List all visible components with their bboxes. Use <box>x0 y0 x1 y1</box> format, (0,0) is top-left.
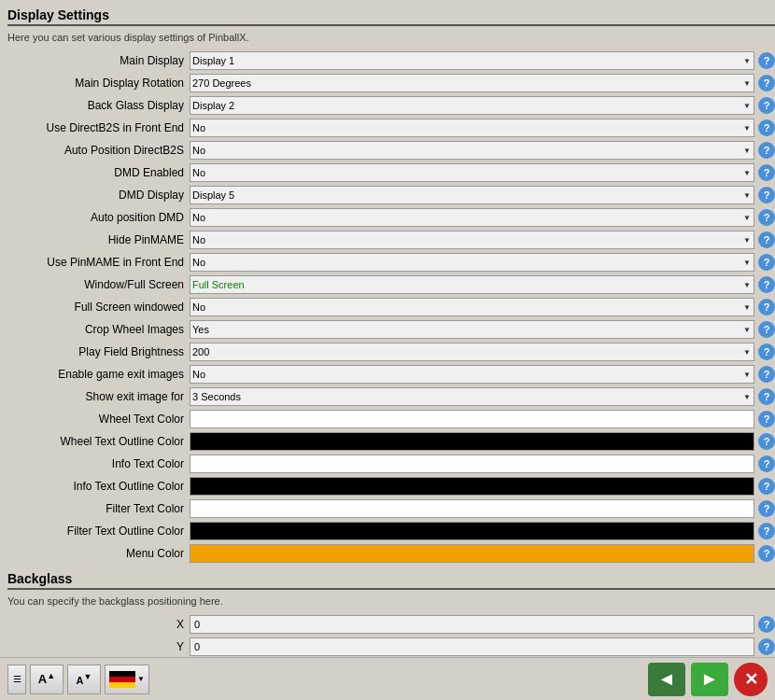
select-hide-pinmame[interactable]: No Yes <box>190 231 754 249</box>
select-wrapper-brightness: 200 100 150 250 <box>190 343 754 361</box>
help-auto-pos-directb2s[interactable]: ? <box>758 142 775 159</box>
label-menu-color: Menu Color <box>7 547 190 560</box>
font-size-down-button[interactable]: A▼ <box>67 665 101 694</box>
control-info-text-outline-color <box>190 477 754 496</box>
color-info-text[interactable] <box>190 455 754 473</box>
color-info-text-outline[interactable] <box>190 477 754 496</box>
help-backglass[interactable]: ? <box>758 97 775 114</box>
select-crop-wheel[interactable]: Yes No <box>190 320 754 339</box>
main-content: Display Settings Here you can set variou… <box>0 0 775 657</box>
help-backglass-y[interactable]: ? <box>758 638 775 655</box>
label-auto-pos-directb2s: Auto Position DirectB2S <box>7 144 190 157</box>
label-window-fullscreen: Window/Full Screen <box>7 278 190 291</box>
select-wrapper-main-display: Display 1 Display 2 Display 3 <box>190 51 754 70</box>
select-wrapper-backglass: Display 2 Display 1 Display 3 <box>190 96 754 115</box>
font-size-up-button[interactable]: A▲ <box>30 665 63 694</box>
control-main-display-rotation: 270 Degrees 0 Degrees 90 Degrees 180 Deg… <box>190 74 754 92</box>
control-wheel-text-outline-color <box>190 432 754 451</box>
scroll-icon[interactable]: ☰ <box>7 665 26 694</box>
help-rotation[interactable]: ? <box>758 75 775 91</box>
forward-button[interactable]: ► <box>691 663 728 696</box>
help-filter-text-outline[interactable]: ? <box>758 523 775 539</box>
help-info-text-outline[interactable]: ? <box>758 478 775 495</box>
control-info-text-color <box>190 455 754 473</box>
select-fullscreen-windowed[interactable]: No Yes <box>190 298 754 316</box>
help-auto-pos-dmd[interactable]: ? <box>758 209 775 226</box>
select-dmd-enabled[interactable]: No Yes <box>190 163 754 182</box>
select-wrapper-auto-pos-dmd: No Yes <box>190 208 754 227</box>
close-button[interactable]: ✕ <box>734 663 768 696</box>
color-wheel-text-outline[interactable] <box>190 432 754 451</box>
row-auto-pos-dmd: Auto position DMD No Yes ? <box>7 207 775 228</box>
help-use-pinmame[interactable]: ? <box>758 254 775 271</box>
select-auto-pos-directb2s[interactable]: No Yes <box>190 141 754 160</box>
row-main-display-rotation: Main Display Rotation 270 Degrees 0 Degr… <box>7 73 775 93</box>
control-dmd-enabled: No Yes <box>190 163 754 182</box>
help-backglass-x[interactable]: ? <box>758 616 775 633</box>
help-wheel-text-color[interactable]: ? <box>758 411 775 427</box>
help-info-text-color[interactable]: ? <box>758 455 775 472</box>
language-button[interactable]: ▼ <box>105 665 149 694</box>
control-auto-pos-directb2s: No Yes <box>190 141 754 160</box>
help-crop-wheel[interactable]: ? <box>758 321 775 338</box>
select-dmd-display[interactable]: Display 5 Display 1 Display 2 <box>190 186 754 204</box>
help-fullscreen-windowed[interactable]: ? <box>758 299 775 315</box>
select-rotation[interactable]: 270 Degrees 0 Degrees 90 Degrees 180 Deg… <box>190 74 754 92</box>
row-wheel-text-outline-color: Wheel Text Outline Color ? <box>7 431 775 452</box>
select-game-exit[interactable]: No Yes <box>190 365 754 384</box>
help-menu-color[interactable]: ? <box>758 545 775 562</box>
help-main-display[interactable]: ? <box>758 52 775 69</box>
back-button[interactable]: ◄ <box>648 663 685 696</box>
color-filter-text[interactable] <box>190 499 754 518</box>
label-wheel-text-outline-color: Wheel Text Outline Color <box>7 435 190 448</box>
label-filter-text-outline-color: Filter Text Outline Color <box>7 525 190 538</box>
select-directb2s[interactable]: No Yes <box>190 119 754 137</box>
control-main-display: Display 1 Display 2 Display 3 <box>190 51 754 70</box>
color-menu[interactable] <box>190 544 754 563</box>
help-exit-image[interactable]: ? <box>758 388 775 405</box>
font-size-down-label: A▼ <box>77 672 92 686</box>
input-backglass-x[interactable] <box>190 615 754 634</box>
control-show-exit-image: 3 Seconds 1 Second 2 Seconds 5 Seconds <box>190 387 754 406</box>
select-auto-pos-dmd[interactable]: No Yes <box>190 208 754 227</box>
control-use-directb2s: No Yes <box>190 119 754 137</box>
row-enable-game-exit: Enable game exit images No Yes ? <box>7 364 775 385</box>
color-filter-text-outline[interactable] <box>190 522 754 540</box>
label-hide-pinmame: Hide PinMAME <box>7 233 190 246</box>
select-use-pinmame[interactable]: No Yes <box>190 253 754 272</box>
select-brightness[interactable]: 200 100 150 250 <box>190 343 754 361</box>
help-dmd-display[interactable]: ? <box>758 187 775 203</box>
label-info-text-color: Info Text Color <box>7 457 190 470</box>
help-directb2s[interactable]: ? <box>758 119 775 136</box>
label-main-display-rotation: Main Display Rotation <box>7 77 190 90</box>
help-filter-text-color[interactable]: ? <box>758 500 775 517</box>
back-arrow-icon: ◄ <box>657 668 676 690</box>
flag-gold-stripe <box>109 682 135 688</box>
label-main-display: Main Display <box>7 54 190 67</box>
help-wheel-text-outline[interactable]: ? <box>758 433 775 450</box>
help-game-exit[interactable]: ? <box>758 366 775 383</box>
control-dmd-display: Display 5 Display 1 Display 2 <box>190 186 754 204</box>
control-menu-color <box>190 544 754 563</box>
display-settings-section: Display Settings Here you can set variou… <box>7 7 775 564</box>
backglass-section: Backglass You can specify the backglass … <box>7 571 775 657</box>
row-backglass-x: X ? <box>7 614 775 635</box>
select-main-display[interactable]: Display 1 Display 2 Display 3 <box>190 51 754 70</box>
label-crop-wheel-images: Crop Wheel Images <box>7 323 190 336</box>
select-window-fullscreen[interactable]: Full Screen Window <box>190 275 754 294</box>
help-hide-pinmame[interactable]: ? <box>758 231 775 248</box>
select-backglass[interactable]: Display 2 Display 1 Display 3 <box>190 96 754 115</box>
section-desc-backglass: You can specify the backglass positionin… <box>7 595 775 607</box>
help-window-fullscreen[interactable]: ? <box>758 276 775 293</box>
color-wheel-text[interactable] <box>190 410 754 428</box>
label-auto-pos-dmd: Auto position DMD <box>7 211 190 224</box>
help-dmd-enabled[interactable]: ? <box>758 164 775 181</box>
german-flag-icon <box>109 671 135 688</box>
row-fullscreen-windowed: Full Screen windowed No Yes ? <box>7 297 775 317</box>
help-brightness[interactable]: ? <box>758 343 775 360</box>
label-wheel-text-color: Wheel Text Color <box>7 413 190 426</box>
control-auto-pos-dmd: No Yes <box>190 208 754 227</box>
select-exit-image[interactable]: 3 Seconds 1 Second 2 Seconds 5 Seconds <box>190 387 754 406</box>
input-backglass-y[interactable] <box>190 637 754 656</box>
row-use-pinmame: Use PinMAME in Front End No Yes ? <box>7 252 775 273</box>
